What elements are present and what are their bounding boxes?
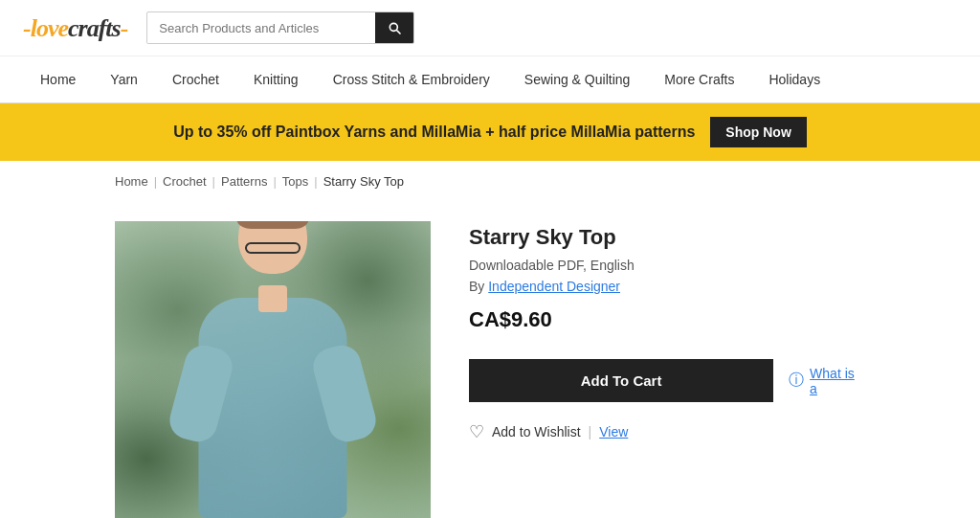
promo-banner: Up to 35% off Paintbox Yarns and MillaMi… [0,103,980,161]
product-details: Starry Sky Top Downloadable PDF, English… [469,221,865,518]
info-icon: ⓘ [789,371,804,391]
logo[interactable]: -lovecrafts- [23,12,127,43]
search-icon [387,20,402,35]
search-input[interactable] [147,13,375,43]
figure-hair [236,221,309,229]
product-format: Downloadable PDF, English [469,258,865,273]
add-to-cart-button[interactable]: Add To Cart [469,359,773,402]
add-wishlist-label: Add to Wishlist [492,424,581,439]
product-by: By Independent Designer [469,279,865,294]
breadcrumb-sep-1: | [154,174,157,189]
nav-item-yarn[interactable]: Yarn [93,56,155,102]
nav-item-knitting[interactable]: Knitting [236,56,316,102]
header: -lovecrafts- [0,0,980,56]
breadcrumb-sep-4: | [314,174,317,189]
main-nav: Home Yarn Crochet Knitting Cross Stitch … [0,56,980,103]
view-link[interactable]: View [599,424,628,439]
breadcrumb-current: Starry Sky Top [323,174,404,189]
nav-item-home[interactable]: Home [23,56,93,102]
breadcrumb-patterns[interactable]: Patterns [221,174,267,189]
shop-now-button[interactable]: Shop Now [710,117,806,147]
product-image [115,221,431,518]
wishlist-separator: | [589,424,592,439]
figure-glasses [245,242,301,254]
logo-text: -lovecrafts- [23,14,127,42]
by-label: By [469,279,484,294]
breadcrumb: Home | Crochet | Patterns | Tops | Starr… [0,161,980,202]
nav-item-holidays[interactable]: Holidays [751,56,837,102]
heart-icon: ♡ [469,421,484,442]
search-button[interactable] [375,12,413,43]
breadcrumb-crochet[interactable]: Crochet [163,174,207,189]
banner-text: Up to 35% off Paintbox Yarns and MillaMi… [173,124,695,141]
nav-item-crochet[interactable]: Crochet [155,56,236,102]
product-photo [115,221,431,518]
nav-item-sewing[interactable]: Sewing & Quilting [507,56,648,102]
breadcrumb-tops[interactable]: Tops [282,174,308,189]
what-is-section: ⓘ What is a [789,366,865,396]
figure-neck [258,285,287,312]
search-bar [146,11,414,44]
product-title: Starry Sky Top [469,225,865,250]
breadcrumb-home[interactable]: Home [115,174,148,189]
product-area: Starry Sky Top Downloadable PDF, English… [0,202,980,518]
add-to-cart-row: Add To Cart ⓘ What is a [469,359,865,421]
product-price: CA$9.60 [469,307,865,332]
designer-link[interactable]: Independent Designer [488,279,620,294]
figure [187,240,359,518]
what-is-link[interactable]: What is a [810,366,865,396]
breadcrumb-sep-3: | [273,174,276,189]
breadcrumb-sep-2: | [212,174,215,189]
nav-item-cross-stitch[interactable]: Cross Stitch & Embroidery [316,56,507,102]
wishlist-row: ♡ Add to Wishlist | View [469,421,865,442]
nav-item-more-crafts[interactable]: More Crafts [647,56,751,102]
